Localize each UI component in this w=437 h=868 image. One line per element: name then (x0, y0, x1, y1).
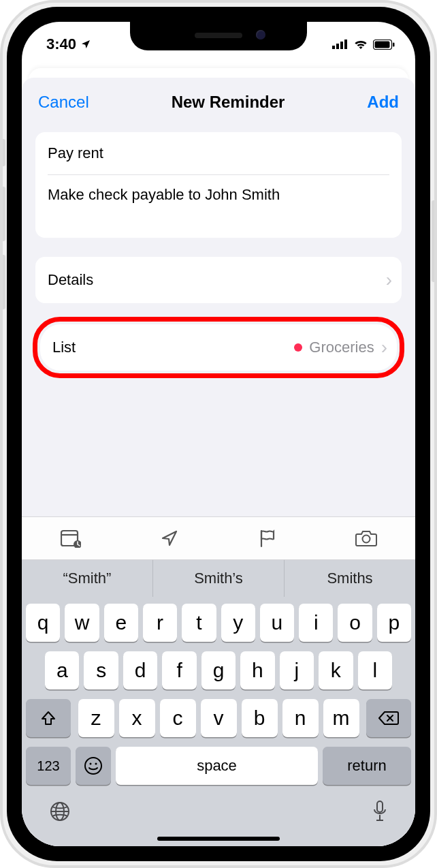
key-j[interactable]: j (280, 651, 314, 689)
chevron-right-icon: › (381, 338, 387, 357)
svg-point-11 (85, 758, 101, 774)
svg-point-10 (362, 536, 370, 543)
key-t[interactable]: t (182, 604, 216, 642)
chevron-right-icon: › (386, 270, 392, 290)
svg-rect-3 (344, 40, 347, 49)
key-q[interactable]: q (26, 604, 60, 642)
flag-icon[interactable] (218, 517, 317, 559)
calendar-icon[interactable] (22, 517, 120, 559)
cancel-button[interactable]: Cancel (38, 93, 89, 112)
key-r[interactable]: r (143, 604, 177, 642)
globe-icon[interactable] (49, 801, 71, 825)
key-c[interactable]: c (160, 699, 196, 737)
location-services-icon (80, 39, 91, 50)
quick-toolbar (22, 516, 415, 560)
key-s[interactable]: s (84, 651, 118, 689)
key-n[interactable]: n (282, 699, 319, 737)
svg-point-13 (95, 763, 97, 765)
svg-rect-1 (336, 44, 339, 49)
dictation-icon[interactable] (372, 800, 388, 826)
emoji-key[interactable] (76, 747, 111, 785)
device-notch (130, 22, 307, 50)
key-v[interactable]: v (201, 699, 237, 737)
space-key[interactable]: space (116, 747, 318, 785)
sheet-title: New Reminder (172, 93, 285, 112)
svg-rect-5 (375, 41, 390, 48)
reminder-notes-input[interactable] (35, 175, 402, 238)
key-k[interactable]: k (319, 651, 353, 689)
key-g[interactable]: g (201, 651, 236, 689)
svg-rect-6 (393, 42, 395, 46)
list-value: Groceries (309, 339, 374, 356)
return-key[interactable]: return (323, 747, 411, 785)
reminder-title-input[interactable] (35, 132, 402, 174)
key-u[interactable]: u (260, 604, 294, 642)
status-time: 3:40 (46, 35, 76, 53)
key-a[interactable]: a (45, 651, 79, 689)
predictive-suggestion[interactable]: “Smith” (22, 560, 152, 597)
new-reminder-sheet: Cancel New Reminder Add Details › (22, 78, 415, 846)
predictive-suggestion[interactable]: Smith’s (152, 560, 284, 597)
annotation-highlight: List Groceries › (33, 317, 404, 378)
backspace-key[interactable] (366, 699, 411, 737)
camera-icon[interactable] (317, 517, 416, 559)
svg-rect-2 (340, 42, 343, 49)
key-b[interactable]: b (242, 699, 278, 737)
key-f[interactable]: f (162, 651, 196, 689)
details-label: Details (48, 271, 93, 289)
title-notes-card (35, 132, 402, 238)
key-w[interactable]: w (65, 604, 99, 642)
key-x[interactable]: x (119, 699, 155, 737)
battery-icon (373, 40, 395, 50)
wifi-icon (353, 39, 368, 50)
home-indicator[interactable] (157, 837, 280, 841)
location-icon[interactable] (120, 517, 219, 559)
svg-rect-17 (377, 801, 383, 812)
key-m[interactable]: m (323, 699, 359, 737)
details-row[interactable]: Details › (35, 257, 402, 303)
svg-point-12 (90, 763, 92, 765)
keyboard: qwertyuiop asdfghjkl zxcvbnm 123 (22, 597, 415, 846)
predictive-bar: “Smith” Smith’s Smiths (22, 560, 415, 597)
list-label: List (52, 339, 76, 356)
key-y[interactable]: y (221, 604, 255, 642)
svg-rect-0 (332, 46, 335, 49)
key-i[interactable]: i (299, 604, 333, 642)
cellular-signal-icon (332, 40, 349, 49)
key-e[interactable]: e (104, 604, 138, 642)
list-row[interactable]: List Groceries › (40, 324, 397, 371)
shift-key[interactable] (26, 699, 71, 737)
list-color-dot (294, 343, 302, 352)
key-h[interactable]: h (240, 651, 274, 689)
number-key[interactable]: 123 (26, 747, 71, 785)
key-o[interactable]: o (338, 604, 372, 642)
key-p[interactable]: p (377, 604, 411, 642)
key-z[interactable]: z (78, 699, 114, 737)
key-d[interactable]: d (123, 651, 157, 689)
predictive-suggestion[interactable]: Smiths (284, 560, 415, 597)
key-l[interactable]: l (358, 651, 392, 689)
add-button[interactable]: Add (367, 93, 399, 112)
navigation-bar: Cancel New Reminder Add (22, 78, 415, 120)
